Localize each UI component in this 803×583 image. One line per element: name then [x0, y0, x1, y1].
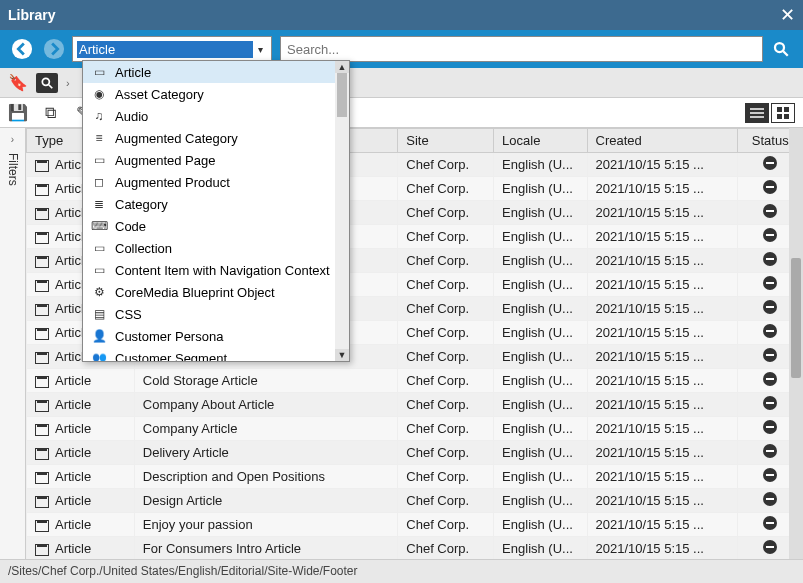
cell-created: 2021/10/15 5:15 ...: [587, 225, 738, 249]
scrollbar-thumb[interactable]: [791, 258, 801, 378]
save-icon[interactable]: 💾: [8, 103, 28, 123]
dropdown-item[interactable]: ◻Augmented Product: [83, 171, 349, 193]
dropdown-item[interactable]: ≣Category: [83, 193, 349, 215]
dropdown-item[interactable]: ▭Content Item with Navigation Context: [83, 259, 349, 281]
cell-name: Company Article: [134, 417, 398, 441]
search-input[interactable]: [287, 42, 756, 57]
grid-view-button[interactable]: [771, 103, 795, 123]
chevron-down-icon[interactable]: ▾: [253, 44, 267, 55]
dropdown-item[interactable]: ⌨Code: [83, 215, 349, 237]
list-icon: ≣: [91, 196, 107, 212]
aug-icon: ≡: [91, 130, 107, 146]
search-box[interactable]: [280, 36, 763, 62]
cell-site: Chef Corp.: [398, 345, 494, 369]
svg-rect-12: [784, 114, 789, 119]
cell-site: Chef Corp.: [398, 201, 494, 225]
status-icon: [763, 180, 777, 194]
cell-type: Article: [55, 493, 91, 508]
dropdown-scrollbar[interactable]: ▲ ▼: [335, 61, 349, 361]
table-row[interactable]: ArticleDesign ArticleChef Corp.English (…: [27, 489, 803, 513]
svg-point-2: [775, 43, 784, 52]
cell-site: Chef Corp.: [398, 297, 494, 321]
cell-name: Design Article: [134, 489, 398, 513]
close-icon[interactable]: ✕: [780, 4, 795, 26]
table-row[interactable]: ArticleCompany ArticleChef Corp.English …: [27, 417, 803, 441]
cell-created: 2021/10/15 5:15 ...: [587, 393, 738, 417]
col-header-site[interactable]: Site: [398, 129, 494, 153]
page-icon: ▭: [91, 262, 107, 278]
col-header-created[interactable]: Created: [587, 129, 738, 153]
status-icon: [763, 516, 777, 530]
back-button[interactable]: [8, 35, 36, 63]
dropdown-scroll-thumb[interactable]: [337, 73, 347, 117]
dropdown-item-label: Content Item with Navigation Context: [115, 263, 330, 278]
cell-locale: English (U...: [494, 369, 587, 393]
status-icon: [763, 492, 777, 506]
dropdown-item[interactable]: ▭Collection: [83, 237, 349, 259]
article-icon: [35, 184, 49, 196]
cell-created: 2021/10/15 5:15 ...: [587, 249, 738, 273]
cell-site: Chef Corp.: [398, 513, 494, 537]
cell-locale: English (U...: [494, 321, 587, 345]
bookmark-icon[interactable]: 🔖: [8, 73, 28, 93]
article-icon: [35, 280, 49, 292]
col-header-locale[interactable]: Locale: [494, 129, 587, 153]
person-icon: 👤: [91, 328, 107, 344]
breadcrumb-chevron-icon: ›: [66, 77, 70, 89]
dropdown-item[interactable]: ▭Article: [83, 61, 349, 83]
dropdown-item[interactable]: ▤CSS: [83, 303, 349, 325]
dropdown-item-label: Customer Persona: [115, 329, 223, 344]
search-icon[interactable]: [36, 73, 58, 93]
forward-button[interactable]: [40, 35, 68, 63]
cell-site: Chef Corp.: [398, 369, 494, 393]
article-icon: [35, 208, 49, 220]
cell-name: For Consumers Intro Article: [134, 537, 398, 560]
cell-type: Article: [55, 397, 91, 412]
dropdown-item[interactable]: 👥Customer Segment: [83, 347, 349, 361]
type-dropdown: ▭Article◉Asset Category♫Audio≡Augmented …: [82, 60, 350, 362]
article-icon: [35, 256, 49, 268]
table-row[interactable]: ArticleDescription and Open PositionsChe…: [27, 465, 803, 489]
gear-icon: ⚙: [91, 284, 107, 300]
cell-type: Article: [55, 517, 91, 532]
svg-line-3: [783, 51, 788, 56]
dropdown-item[interactable]: 👤Customer Persona: [83, 325, 349, 347]
table-row[interactable]: ArticleCold Storage ArticleChef Corp.Eng…: [27, 369, 803, 393]
status-icon: [763, 204, 777, 218]
cell-site: Chef Corp.: [398, 225, 494, 249]
copy-icon[interactable]: ⧉: [40, 103, 60, 123]
dropdown-item[interactable]: ♫Audio: [83, 105, 349, 127]
cell-locale: English (U...: [494, 465, 587, 489]
cell-site: Chef Corp.: [398, 177, 494, 201]
dropdown-item[interactable]: ⚙CoreMedia Blueprint Object: [83, 281, 349, 303]
code-icon: ⌨: [91, 218, 107, 234]
chevron-right-icon: ›: [11, 134, 14, 145]
titlebar: Library ✕: [0, 0, 803, 30]
status-icon: [763, 252, 777, 266]
cell-locale: English (U...: [494, 489, 587, 513]
scroll-down-icon[interactable]: ▼: [335, 349, 349, 361]
scroll-up-icon[interactable]: ▲: [335, 61, 349, 73]
table-row[interactable]: ArticleEnjoy your passionChef Corp.Engli…: [27, 513, 803, 537]
cell-name: Enjoy your passion: [134, 513, 398, 537]
dropdown-item[interactable]: ◉Asset Category: [83, 83, 349, 105]
type-combobox[interactable]: ▾: [72, 36, 272, 62]
dropdown-item[interactable]: ≡Augmented Category: [83, 127, 349, 149]
dropdown-item[interactable]: ▭Augmented Page: [83, 149, 349, 171]
dropdown-item-label: Augmented Page: [115, 153, 215, 168]
article-icon: [35, 496, 49, 508]
type-input[interactable]: [77, 41, 253, 58]
table-row[interactable]: ArticleFor Consumers Intro ArticleChef C…: [27, 537, 803, 560]
filters-panel-tab[interactable]: › Filters: [0, 128, 26, 559]
search-button[interactable]: [767, 35, 795, 63]
list-view-button[interactable]: [745, 103, 769, 123]
folder-icon: ▭: [91, 240, 107, 256]
vertical-scrollbar[interactable]: [789, 128, 803, 559]
table-row[interactable]: ArticleCompany About ArticleChef Corp.En…: [27, 393, 803, 417]
cell-type: Article: [55, 469, 91, 484]
tag-icon: ◉: [91, 86, 107, 102]
table-row[interactable]: ArticleDelivery ArticleChef Corp.English…: [27, 441, 803, 465]
article-icon: [35, 376, 49, 388]
cell-type: Article: [55, 421, 91, 436]
cell-locale: English (U...: [494, 513, 587, 537]
